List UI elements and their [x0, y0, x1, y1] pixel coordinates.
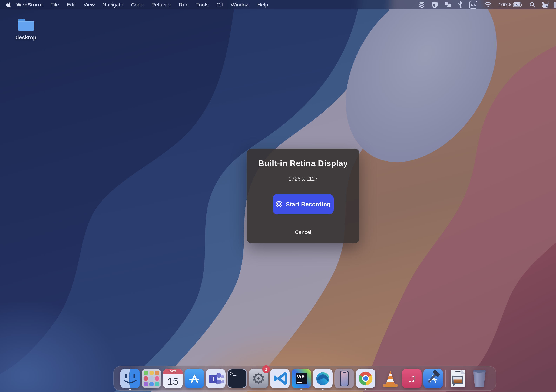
battery-status[interactable]: 100%: [498, 2, 523, 8]
dock-item-system-settings[interactable]: ⚙ 2: [248, 366, 269, 391]
dock-item-iphone-mirroring[interactable]: [333, 366, 355, 391]
start-recording-label: Start Recording: [286, 201, 331, 208]
vscode-icon: [270, 369, 290, 388]
dock-item-music[interactable]: ♫: [401, 366, 422, 391]
menu-bar-status: US 100%: [418, 1, 556, 9]
dock-separator: [445, 369, 446, 387]
spotlight-search-icon[interactable]: [529, 2, 535, 8]
dock-item-calendar[interactable]: OCT 15: [162, 366, 184, 391]
menu-code[interactable]: Code: [127, 2, 147, 8]
teams-icon: T: [206, 369, 225, 388]
menu-window[interactable]: Window: [227, 2, 254, 8]
dock-item-edge[interactable]: [312, 366, 333, 391]
dock-separator: [378, 369, 378, 387]
layers-app-icon[interactable]: [418, 1, 425, 8]
bluetooth-icon[interactable]: [458, 1, 463, 8]
dock-item-teams[interactable]: T: [205, 366, 226, 391]
shield-app-icon[interactable]: [432, 1, 438, 8]
menu-edit[interactable]: Edit: [63, 2, 80, 8]
cancel-button[interactable]: Cancel: [247, 229, 359, 235]
record-icon: [276, 201, 283, 208]
chrome-icon: [356, 369, 375, 388]
folder-icon: [17, 17, 35, 32]
vlc-icon: [380, 369, 400, 388]
dock-item-trash[interactable]: [469, 366, 490, 391]
desktop-folder-label: desktop: [10, 34, 42, 41]
app-store-icon: [185, 369, 204, 388]
gear-icon: ⚙: [252, 371, 265, 386]
calendar-icon: OCT 15: [163, 369, 183, 388]
xcode-icon: [423, 369, 443, 388]
menu-bar: WebStorm File Edit View Navigate Code Re…: [0, 0, 556, 9]
webstorm-logo-text: WS: [297, 374, 305, 379]
trash-icon: [472, 370, 487, 387]
terminal-icon: >_: [227, 369, 247, 388]
dock-item-webstorm[interactable]: WS: [291, 366, 312, 391]
dock-item-xcode[interactable]: [422, 366, 444, 391]
keyboard-layout-indicator[interactable]: US: [469, 1, 477, 9]
wifi-icon[interactable]: [484, 2, 492, 8]
installer-document-icon: [451, 370, 465, 387]
calendar-month: OCT: [163, 369, 183, 374]
terminal-prompt-glyph: >_: [230, 371, 236, 377]
dock: OCT 15 T: [113, 366, 496, 391]
battery-charging-icon: [513, 2, 523, 7]
dock-item-vscode[interactable]: [269, 366, 291, 391]
finder-icon: [120, 369, 140, 388]
menu-help[interactable]: Help: [254, 2, 272, 8]
launchpad-icon: [142, 369, 161, 388]
control-center-icon[interactable]: [542, 2, 549, 8]
desktop-screen: WebStorm File Edit View Navigate Code Re…: [0, 0, 556, 392]
dock-item-finder[interactable]: [119, 366, 141, 391]
dock-item-chrome[interactable]: [355, 366, 376, 391]
menu-bar-left: WebStorm File Edit View Navigate Code Re…: [0, 2, 272, 8]
menu-run[interactable]: Run: [175, 2, 193, 8]
dialog-title: Built-in Retina Display: [258, 158, 348, 168]
music-note-glyph: ♫: [408, 372, 416, 385]
dialog-resolution: 1728 x 1117: [288, 176, 318, 182]
menu-navigate[interactable]: Navigate: [99, 2, 127, 8]
menu-view[interactable]: View: [80, 2, 99, 8]
menu-app-name[interactable]: WebStorm: [13, 2, 46, 8]
shapes-app-icon[interactable]: [445, 1, 451, 8]
dock-item-installer-document[interactable]: [447, 366, 469, 391]
start-recording-button[interactable]: Start Recording: [273, 194, 334, 214]
dock-item-launchpad[interactable]: [141, 366, 162, 391]
menu-git[interactable]: Git: [213, 2, 227, 8]
svg-text:T: T: [211, 375, 215, 383]
webstorm-icon: WS: [292, 369, 311, 388]
menu-tools[interactable]: Tools: [193, 2, 213, 8]
music-icon: ♫: [402, 369, 422, 388]
iphone-mirroring-icon: [334, 369, 354, 388]
dock-item-terminal[interactable]: >_: [226, 366, 248, 391]
desktop-folder[interactable]: desktop: [10, 17, 42, 41]
calendar-day: 15: [163, 374, 183, 388]
menu-refactor[interactable]: Refactor: [147, 2, 175, 8]
notification-badge: 2: [262, 365, 270, 373]
edge-icon: [313, 369, 332, 388]
dock-item-vlc[interactable]: [380, 366, 401, 391]
dock-item-app-store[interactable]: [184, 366, 205, 391]
battery-percent: 100%: [498, 2, 511, 8]
menu-file[interactable]: File: [46, 2, 63, 8]
display-recording-dialog: Built-in Retina Display 1728 x 1117 Star…: [247, 149, 359, 243]
apple-menu-icon[interactable]: [6, 2, 11, 8]
partial-status-icon: [554, 2, 556, 8]
